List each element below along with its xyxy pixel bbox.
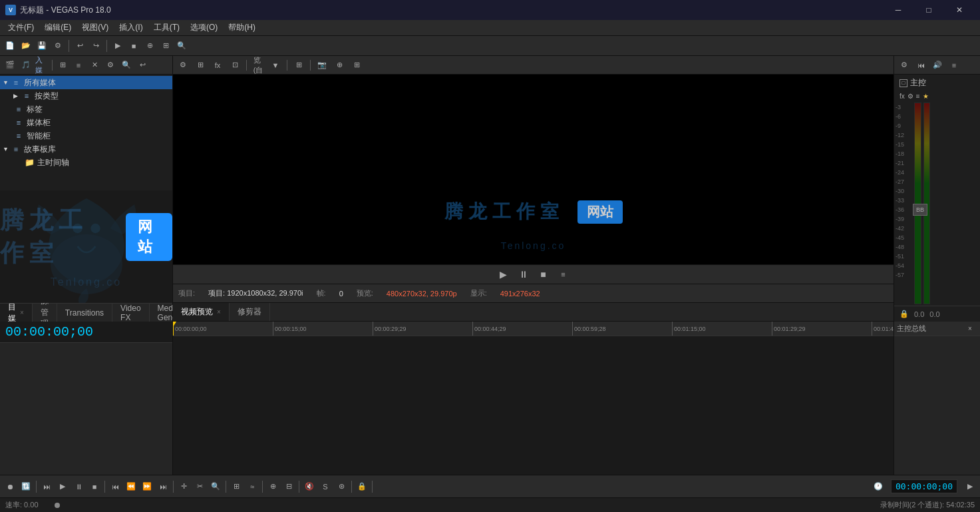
snap-btn[interactable]: ⊞ (229, 479, 244, 494)
cursor-btn[interactable]: ✛ (176, 479, 191, 494)
marker-btn[interactable]: ⊕ (265, 479, 280, 494)
master-eq-btn[interactable]: ≡ (947, 58, 961, 73)
preview-watermark-en: Tenlong.co (501, 240, 566, 251)
master-vol-btn[interactable]: 🔊 (930, 58, 945, 73)
zoom-timeline-btn[interactable]: 🔍 (208, 479, 223, 494)
menu-insert[interactable]: 插入(I) (114, 20, 148, 35)
preview-snapshot-btn[interactable]: 📷 (315, 58, 329, 73)
open-button[interactable]: 📂 (19, 39, 33, 53)
toolbar-btn-5[interactable]: ⊕ (142, 39, 157, 53)
redo-button[interactable]: ↪ (88, 39, 103, 53)
next-frame-btn[interactable]: ⏭ (156, 479, 170, 494)
tab-close-project-media[interactable]: × (20, 309, 24, 316)
tab-trimmer[interactable]: 修剪器 (230, 303, 270, 321)
master-settings-btn[interactable]: ⚙ (897, 58, 911, 73)
new-button[interactable]: 📄 (3, 39, 17, 53)
close-button[interactable]: ✕ (944, 0, 975, 20)
stop-transport-btn[interactable]: ■ (87, 479, 102, 494)
lock-transport-btn[interactable]: 🔒 (355, 479, 369, 494)
solo-btn[interactable]: S (318, 479, 333, 494)
tab-video-preview[interactable]: 视频预览 × (173, 303, 230, 321)
rewind-btn[interactable]: ⏪ (124, 479, 138, 494)
tree-item-storyboard[interactable]: ▼ ≡ 故事板库 (0, 142, 172, 156)
preview-copy-btn[interactable]: ⊕ (332, 58, 347, 73)
master-prev-btn[interactable]: ⏮ (913, 58, 928, 73)
pause-btn[interactable]: ⏸ (516, 267, 531, 282)
pause-transport-btn[interactable]: ⏸ (71, 479, 86, 494)
preview-website-btn[interactable]: 网站 (577, 200, 623, 224)
menu-tools[interactable]: 工具(T) (148, 20, 185, 35)
arm-btn[interactable]: ⊛ (334, 479, 349, 494)
preview-mode-dropdown[interactable]: 预览(自动) (251, 58, 265, 73)
undo-button[interactable]: ↩ (73, 39, 87, 53)
save-button[interactable]: 💾 (35, 39, 49, 53)
transport-sep-1 (36, 481, 37, 493)
record-btn[interactable]: ⏺ (3, 479, 17, 494)
import-media-button[interactable]: 导入媒体... (35, 58, 49, 73)
fast-forward-btn[interactable]: ⏩ (140, 479, 154, 494)
loop-btn[interactable]: 🔃 (19, 479, 33, 494)
menu-edit[interactable]: 编辑(E) (39, 20, 77, 35)
tab-resource-manager[interactable]: 资源管理器 (33, 304, 57, 322)
layer-icon-3: ≡ (13, 104, 24, 115)
website-button[interactable]: 网站 (126, 213, 173, 261)
tree-label-tags: 标签 (27, 104, 43, 115)
preview-sep (246, 60, 247, 71)
preview-dropdown-arrow[interactable]: ▼ (268, 58, 283, 73)
db-57: -57 (894, 270, 913, 280)
toolbar-btn-4[interactable]: ⚙ (51, 39, 65, 53)
tree-item-main-timeline[interactable]: 📁 主时间轴 (0, 156, 172, 169)
minimize-button[interactable]: ─ (883, 0, 913, 20)
stop-btn[interactable]: ■ (536, 267, 551, 282)
maximize-button[interactable]: □ (913, 0, 944, 20)
preview-btn-3[interactable]: fx (210, 58, 225, 73)
preview-settings-btn[interactable]: ⚙ (176, 58, 190, 73)
trim-btn[interactable]: ✂ (192, 479, 207, 494)
preview-toolbar: ⚙ ⊞ fx ⊡ 预览(自动) ▼ ⊞ 📷 ⊕ ⊞ (173, 56, 894, 75)
media-btn-3[interactable]: ✕ (87, 58, 102, 73)
menu-help[interactable]: 帮助(H) (223, 20, 261, 35)
ripple-btn[interactable]: ≈ (245, 479, 259, 494)
menu-options[interactable]: 选项(O) (185, 20, 223, 35)
tab-project-media[interactable]: 项目媒体 × (0, 304, 33, 322)
preview-fullscreen-btn[interactable]: ⊞ (349, 58, 364, 73)
render-button[interactable]: ▶ (110, 39, 125, 53)
region-btn[interactable]: ⊟ (281, 479, 296, 494)
tab-transitions[interactable]: Transitions (57, 304, 112, 322)
media-btn-1[interactable]: ⊞ (55, 58, 70, 73)
prev-play-btn[interactable]: ▶ (496, 267, 511, 282)
play-btn[interactable]: ▶ (55, 479, 70, 494)
time-format-btn[interactable]: 🕐 (871, 479, 886, 494)
search-button[interactable]: 🔍 (174, 39, 189, 53)
media-btn-4[interactable]: ⚙ (103, 58, 118, 73)
menu-view[interactable]: 视图(V) (77, 20, 114, 35)
media-btn-2[interactable]: ≡ (71, 58, 86, 73)
preview-grid-btn[interactable]: ⊞ (291, 58, 306, 73)
mute-btn[interactable]: 🔇 (302, 479, 317, 494)
lock-icon[interactable]: 🔒 (899, 310, 909, 318)
tree-item-smart-cabinet[interactable]: ≡ 智能柜 (0, 129, 172, 142)
transport-settings-btn[interactable]: ▶ (963, 479, 977, 494)
media-btn-5[interactable]: 🔍 (119, 58, 134, 73)
tree-item-all-media[interactable]: ▼ ≡ 所有媒体 (0, 76, 172, 89)
menu-btn[interactable]: ≡ (556, 267, 571, 282)
speed-indicator (55, 503, 60, 508)
tree-item-by-type[interactable]: ▶ ≡ 按类型 (0, 89, 172, 103)
prev-frame-btn[interactable]: ⏮ (108, 479, 122, 494)
menubar: 文件(F) 编辑(E) 视图(V) 插入(I) 工具(T) 选项(O) 帮助(H… (0, 20, 980, 36)
far-right-timeline: 主控总线 × (894, 322, 980, 475)
play-from-start-btn[interactable]: ⏭ (39, 479, 54, 494)
playhead[interactable] (173, 322, 174, 336)
menu-file[interactable]: 文件(F) (3, 20, 39, 35)
stop-button[interactable]: ■ (126, 39, 141, 53)
tree-item-media-cabinet[interactable]: ≡ 媒体柜 (0, 116, 172, 129)
tree-item-tags[interactable]: ≡ 标签 (0, 103, 172, 116)
master-checkbox[interactable]: □ (899, 79, 907, 87)
preview-btn-2[interactable]: ⊞ (193, 58, 208, 73)
tab-video-fx[interactable]: Video FX (112, 304, 149, 322)
zoom-button[interactable]: ⊞ (158, 39, 173, 53)
master-bus-close[interactable]: × (963, 322, 977, 336)
preview-btn-4[interactable]: ⊡ (228, 58, 242, 73)
media-btn-6[interactable]: ↩ (135, 58, 150, 73)
tab-close-video-preview[interactable]: × (217, 308, 221, 316)
